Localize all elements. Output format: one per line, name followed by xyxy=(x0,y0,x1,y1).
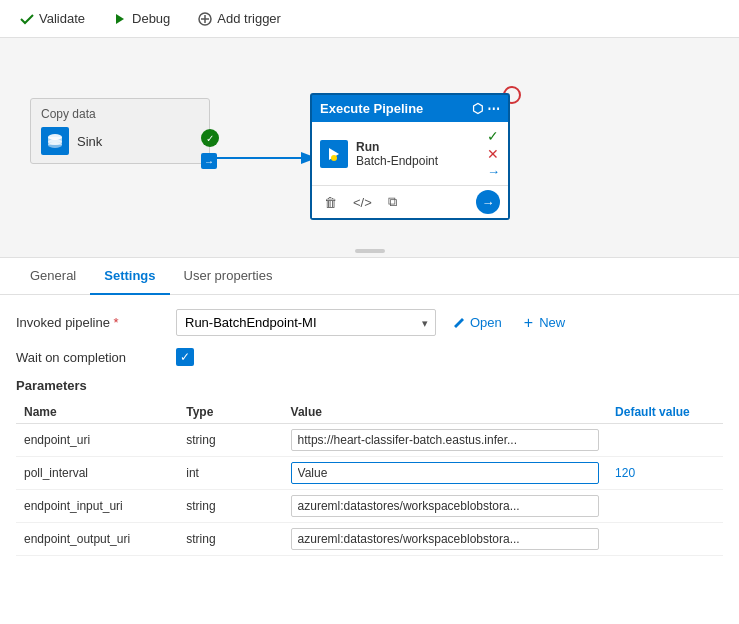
param-value-cell-3 xyxy=(283,523,608,556)
table-row: endpoint_output_uri string xyxy=(16,523,723,556)
new-pipeline-button[interactable]: + New xyxy=(518,310,571,336)
port-success: ✓ xyxy=(201,129,219,147)
param-type-0: string xyxy=(178,424,282,457)
delete-btn[interactable]: 🗑 xyxy=(320,193,341,212)
param-name-2: endpoint_input_uri xyxy=(16,490,178,523)
copy-data-node[interactable]: Copy data Sink ✓ → xyxy=(30,98,210,164)
param-default-3 xyxy=(607,523,723,556)
param-name-1: poll_interval xyxy=(16,457,178,490)
bottom-panel: General Settings User properties Invoked… xyxy=(0,258,739,570)
param-name-3: endpoint_output_uri xyxy=(16,523,178,556)
col-default-header: Default value xyxy=(607,401,723,424)
execute-title: Execute Pipeline xyxy=(320,101,423,116)
params-table: Name Type Value Default value endpoint_u… xyxy=(16,401,723,556)
status-success: ✓ xyxy=(487,128,500,144)
tab-user-properties[interactable]: User properties xyxy=(170,258,287,295)
add-trigger-button[interactable]: Add trigger xyxy=(194,9,285,28)
table-row: endpoint_uri string xyxy=(16,424,723,457)
param-name-0: endpoint_uri xyxy=(16,424,178,457)
validate-icon xyxy=(20,12,34,26)
execute-body-icon xyxy=(320,140,348,168)
pencil-icon xyxy=(452,316,466,330)
param-value-cell-1 xyxy=(283,457,608,490)
code-btn[interactable]: </> xyxy=(349,193,376,212)
more-icon[interactable]: ⋯ xyxy=(487,101,500,116)
execute-body-right: ✓ ✕ → xyxy=(487,128,500,179)
param-value-input-2[interactable] xyxy=(291,495,600,517)
copy-data-title: Copy data xyxy=(41,107,199,121)
execute-body-text: Run Batch-Endpoint xyxy=(356,140,438,168)
execute-body: Run Batch-Endpoint ✓ ✕ → xyxy=(312,122,508,185)
param-value-input-3[interactable] xyxy=(291,528,600,550)
toolbar: Validate Debug Add trigger xyxy=(0,0,739,38)
copy-data-body: Sink xyxy=(41,127,199,155)
pipeline-select-wrapper: Run-BatchEndpoint-MI ▾ xyxy=(176,309,436,336)
status-skip: → xyxy=(487,164,500,179)
open-external-icon[interactable]: ⬡ xyxy=(472,101,483,116)
footer-arrow: → xyxy=(476,190,500,214)
pipeline-select[interactable]: Run-BatchEndpoint-MI xyxy=(176,309,436,336)
invoked-pipeline-controls: Run-BatchEndpoint-MI ▾ Open + New xyxy=(176,309,723,336)
param-value-cell-0 xyxy=(283,424,608,457)
param-default-1: 120 xyxy=(607,457,723,490)
table-row: poll_interval int 120 xyxy=(16,457,723,490)
execute-header: Execute Pipeline ⬡ ⋯ xyxy=(312,95,508,122)
svg-marker-0 xyxy=(116,14,124,24)
params-section: Parameters Name Type Value Default value… xyxy=(16,378,723,556)
table-row: endpoint_input_uri string xyxy=(16,490,723,523)
col-type-header: Type xyxy=(178,401,282,424)
param-default-0 xyxy=(607,424,723,457)
param-value-cell-2 xyxy=(283,490,608,523)
param-default-2 xyxy=(607,490,723,523)
settings-content: Invoked pipeline * Run-BatchEndpoint-MI … xyxy=(0,295,739,570)
validate-button[interactable]: Validate xyxy=(16,9,89,28)
canvas-area: Copy data Sink ✓ → Execute Pipeline xyxy=(0,38,739,258)
param-value-input-0[interactable] xyxy=(291,429,600,451)
params-title: Parameters xyxy=(16,378,723,393)
svg-point-11 xyxy=(331,155,337,161)
execute-header-icons: ⬡ ⋯ xyxy=(472,101,500,116)
debug-button[interactable]: Debug xyxy=(109,9,174,28)
debug-icon xyxy=(113,12,127,26)
col-name-header: Name xyxy=(16,401,178,424)
invoked-pipeline-label: Invoked pipeline * xyxy=(16,315,176,330)
port-next: → xyxy=(201,153,217,169)
open-pipeline-button[interactable]: Open xyxy=(446,311,508,334)
params-header-row: Name Type Value Default value xyxy=(16,401,723,424)
wait-completion-label: Wait on completion xyxy=(16,350,176,365)
execute-pipeline-node[interactable]: Execute Pipeline ⬡ ⋯ Run Batch-Endpoint … xyxy=(310,93,510,220)
required-indicator: * xyxy=(114,315,119,330)
param-type-1: int xyxy=(178,457,282,490)
tab-general[interactable]: General xyxy=(16,258,90,295)
execute-subtitle: Run xyxy=(356,140,438,154)
tabs: General Settings User properties xyxy=(0,258,739,295)
plus-icon: + xyxy=(524,314,533,332)
execute-subtitle2: Batch-Endpoint xyxy=(356,154,438,168)
wait-completion-checkbox[interactable]: ✓ xyxy=(176,348,194,366)
svg-point-9 xyxy=(48,142,62,148)
copy-btn[interactable]: ⧉ xyxy=(384,192,401,212)
param-value-input-1[interactable] xyxy=(291,462,600,484)
copy-data-body-label: Sink xyxy=(77,134,102,149)
collapse-handle[interactable] xyxy=(355,249,385,253)
copy-data-icon xyxy=(41,127,69,155)
col-value-header: Value xyxy=(283,401,608,424)
invoked-pipeline-row: Invoked pipeline * Run-BatchEndpoint-MI … xyxy=(16,309,723,336)
status-error: ✕ xyxy=(487,146,500,162)
tab-settings[interactable]: Settings xyxy=(90,258,169,295)
wait-completion-row: Wait on completion ✓ xyxy=(16,348,723,366)
execute-footer: 🗑 </> ⧉ → xyxy=(312,185,508,218)
param-type-2: string xyxy=(178,490,282,523)
trigger-icon xyxy=(198,12,212,26)
param-type-3: string xyxy=(178,523,282,556)
